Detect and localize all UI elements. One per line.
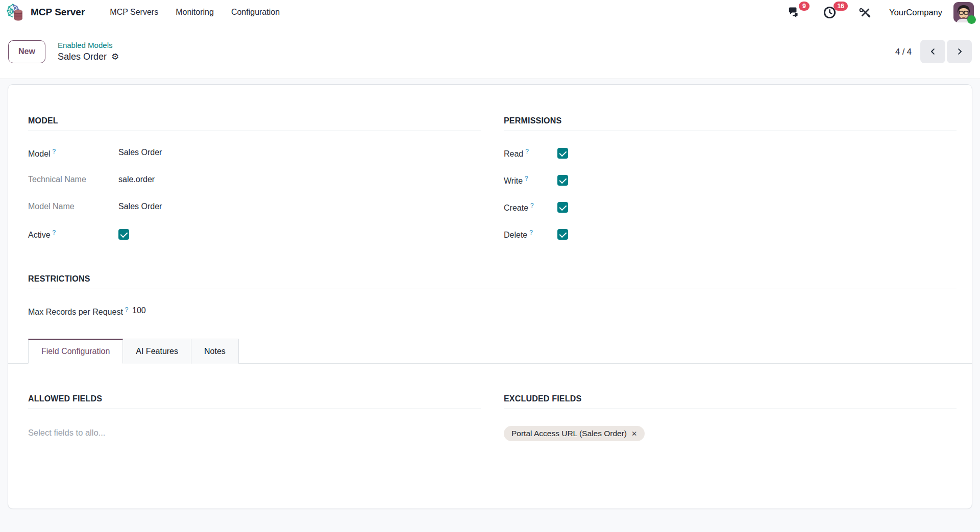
pager-next-button[interactable] (947, 40, 972, 63)
pager-previous-button[interactable] (920, 40, 945, 63)
max-records-value[interactable]: 100 (132, 306, 146, 315)
model-field-label: Model? (28, 148, 118, 159)
tab-field-configuration[interactable]: Field Configuration (28, 339, 123, 364)
allowed-fields-section: ALLOWED FIELDS Select fields to allo... (28, 394, 481, 441)
allowed-fields-title: ALLOWED FIELDS (28, 394, 481, 409)
main-menu: MCP Servers Monitoring Configuration (101, 8, 288, 17)
create-checkbox[interactable] (557, 202, 568, 213)
help-icon[interactable]: ? (53, 229, 56, 236)
excluded-field-tag[interactable]: Portal Access URL (Sales Order) ✕ (504, 426, 645, 441)
active-checkbox[interactable] (118, 229, 129, 240)
control-panel: New Enabled Models Sales Order ⚙ 4 / 4 (0, 24, 980, 79)
tab-notes[interactable]: Notes (191, 339, 239, 364)
write-checkbox[interactable] (557, 175, 568, 186)
excluded-fields-section: EXCLUDED FIELDS Portal Access URL (Sales… (504, 394, 957, 441)
notebook-tabs: Field Configuration AI Features Notes (8, 339, 972, 364)
menu-item-mcp-servers[interactable]: MCP Servers (101, 8, 167, 17)
messages-badge: 9 (799, 2, 810, 11)
help-icon[interactable]: ? (525, 148, 529, 155)
breadcrumb-current-record: Sales Order (58, 50, 107, 63)
technical-name-label: Technical Name (28, 175, 118, 184)
help-icon[interactable]: ? (53, 148, 56, 155)
tab-content-field-configuration: ALLOWED FIELDS Select fields to allo... … (8, 364, 972, 441)
help-icon[interactable]: ? (530, 202, 534, 209)
new-button[interactable]: New (8, 40, 45, 63)
help-icon[interactable]: ? (125, 306, 129, 313)
pager-value: 4 / 4 (895, 47, 912, 57)
breadcrumb-enabled-models[interactable]: Enabled Models (58, 40, 119, 50)
field-row-delete: Delete? (504, 229, 957, 241)
model-name-value: Sales Order (118, 202, 162, 211)
field-row-create: Create? (504, 202, 957, 214)
delete-checkbox[interactable] (557, 229, 568, 240)
online-status-dot (967, 15, 976, 24)
active-label: Active? (28, 229, 118, 240)
tab-ai-features[interactable]: AI Features (123, 339, 191, 364)
model-field-value[interactable]: Sales Order (118, 148, 162, 157)
form-sheet: MODEL Model? Sales Order Technical Name … (8, 84, 972, 509)
excluded-fields-title: EXCLUDED FIELDS (504, 394, 957, 409)
top-navbar: MCP Server MCP Servers Monitoring Config… (0, 0, 980, 24)
main-content: MODEL Model? Sales Order Technical Name … (0, 79, 980, 509)
field-row-write: Write? (504, 175, 957, 187)
max-records-label: Max Records per Request? (28, 306, 132, 317)
app-name[interactable]: MCP Server (31, 7, 85, 18)
field-row-model: Model? Sales Order (28, 148, 481, 160)
allowed-fields-input[interactable]: Select fields to allo... (28, 428, 481, 438)
read-checkbox[interactable] (557, 148, 568, 159)
help-icon[interactable]: ? (529, 229, 533, 236)
chevron-right-icon (955, 47, 964, 56)
gear-icon[interactable]: ⚙ (111, 52, 119, 62)
model-name-label: Model Name (28, 202, 118, 211)
read-label: Read? (504, 148, 557, 159)
model-section: MODEL Model? Sales Order Technical Name … (28, 116, 481, 256)
model-section-title: MODEL (28, 116, 481, 131)
activities-badge: 16 (834, 2, 848, 11)
tools-button[interactable] (859, 6, 872, 19)
tag-label: Portal Access URL (Sales Order) (511, 429, 627, 438)
field-row-model-name: Model Name Sales Order (28, 202, 481, 214)
restrictions-section-title: RESTRICTIONS (28, 274, 957, 289)
field-row-active: Active? (28, 229, 481, 241)
tools-icon (859, 6, 872, 19)
field-row-technical-name: Technical Name sale.order (28, 175, 481, 187)
chevron-left-icon (928, 47, 938, 56)
field-row-max-records: Max Records per Request? 100 (28, 306, 957, 318)
tag-remove-icon[interactable]: ✕ (631, 429, 637, 438)
delete-label: Delete? (504, 229, 557, 240)
technical-name-value: sale.order (118, 175, 155, 184)
permissions-section: PERMISSIONS Read? Write? Create? Del (504, 116, 957, 256)
user-avatar[interactable] (953, 2, 974, 22)
company-name[interactable]: YourCompany (889, 8, 942, 17)
messages-button[interactable]: 9 (788, 6, 801, 19)
restrictions-section: RESTRICTIONS Max Records per Request? 10… (28, 274, 957, 318)
excluded-fields-input[interactable]: Portal Access URL (Sales Order) ✕ (504, 426, 957, 441)
create-label: Create? (504, 202, 557, 213)
write-label: Write? (504, 175, 557, 186)
field-row-read: Read? (504, 148, 957, 160)
app-logo-icon[interactable] (5, 3, 24, 22)
breadcrumb: Enabled Models Sales Order ⚙ (58, 40, 119, 63)
menu-item-monitoring[interactable]: Monitoring (167, 8, 223, 17)
help-icon[interactable]: ? (525, 175, 528, 182)
menu-item-configuration[interactable]: Configuration (223, 8, 288, 17)
activities-button[interactable]: 16 (823, 6, 837, 19)
permissions-section-title: PERMISSIONS (504, 116, 957, 131)
